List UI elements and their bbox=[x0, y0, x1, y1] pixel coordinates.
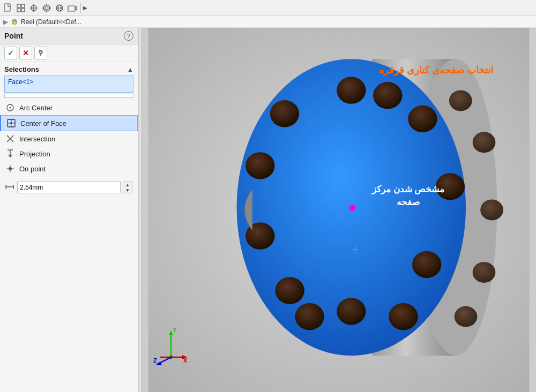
options-list: Arc Center Center of Face Intersection bbox=[0, 98, 138, 178]
distance-icon bbox=[5, 183, 15, 192]
selection-box[interactable]: Face<1> bbox=[4, 76, 133, 93]
intersection-label: Intersection bbox=[19, 135, 55, 143]
breadcrumb-label: Reel (Default<<Def... bbox=[21, 18, 81, 26]
svg-point-60 bbox=[449, 91, 472, 111]
action-buttons: ✓ ✕ bbox=[0, 44, 138, 62]
cancel-button[interactable]: ✕ bbox=[19, 47, 32, 59]
distance-input[interactable] bbox=[17, 182, 121, 193]
svg-point-49 bbox=[408, 105, 437, 133]
selections-header: Selections ▲ bbox=[0, 62, 138, 76]
svg-point-54 bbox=[275, 277, 304, 304]
new-icon[interactable] bbox=[2, 2, 14, 14]
distance-spinner: ▲ ▼ bbox=[123, 182, 132, 193]
svg-text:Y: Y bbox=[173, 328, 177, 333]
arc-center-icon bbox=[5, 103, 15, 112]
center-of-face-label: Center of Face bbox=[20, 119, 66, 127]
spin-down-button[interactable]: ▼ bbox=[123, 187, 132, 193]
svg-point-64 bbox=[455, 306, 478, 327]
panel-title: Point bbox=[4, 32, 23, 40]
svg-point-35 bbox=[9, 167, 12, 170]
help-button[interactable]: ? bbox=[124, 31, 133, 41]
main-content: Point ? ✓ ✕ Selections ▲ Face<1> bbox=[0, 28, 536, 392]
svg-point-56 bbox=[245, 152, 274, 179]
selected-face: Face<1> bbox=[8, 78, 33, 86]
svg-point-52 bbox=[337, 298, 366, 325]
svg-text:Z: Z bbox=[153, 357, 157, 364]
svg-text:X: X bbox=[183, 357, 188, 364]
projection-option[interactable]: Projection bbox=[0, 146, 138, 161]
center-of-face-icon bbox=[6, 118, 16, 128]
svg-rect-3 bbox=[17, 9, 20, 12]
svg-rect-1 bbox=[17, 4, 20, 7]
target-icon[interactable] bbox=[41, 2, 53, 14]
selection-scrollbar[interactable] bbox=[4, 94, 133, 98]
distance-row: ▲ ▼ bbox=[0, 178, 138, 197]
arc-center-option[interactable]: Arc Center bbox=[0, 100, 138, 115]
svg-point-77 bbox=[169, 356, 173, 359]
svg-point-51 bbox=[412, 251, 441, 278]
svg-point-59 bbox=[295, 303, 324, 330]
collapse-button[interactable]: ▲ bbox=[127, 66, 133, 73]
svg-rect-4 bbox=[21, 9, 25, 12]
axes-widget: Y X Z bbox=[152, 328, 190, 365]
forward-arrow[interactable]: ▶ bbox=[83, 5, 87, 11]
svg-point-24 bbox=[10, 107, 11, 109]
breadcrumb: ▶ Reel (Default<<Def... bbox=[0, 16, 536, 28]
annotation-center: مشخص شدن مرکز صفحه bbox=[372, 183, 444, 209]
selections-label: Selections bbox=[4, 65, 39, 73]
svg-point-57 bbox=[270, 100, 299, 127]
viewport-svg bbox=[142, 28, 536, 392]
intersection-icon bbox=[5, 134, 15, 144]
on-point-icon bbox=[5, 164, 15, 174]
svg-point-61 bbox=[473, 132, 496, 153]
svg-point-53 bbox=[389, 303, 418, 330]
point-header: Point ? bbox=[0, 28, 138, 44]
ok-button[interactable]: ✓ bbox=[4, 47, 17, 59]
intersection-option[interactable]: Intersection bbox=[0, 131, 138, 146]
pin-button[interactable] bbox=[34, 47, 47, 59]
center-of-face-option[interactable]: Center of Face bbox=[0, 115, 138, 131]
camera-icon[interactable] bbox=[66, 2, 78, 14]
svg-point-62 bbox=[480, 200, 503, 221]
projection-icon bbox=[5, 149, 15, 159]
svg-point-9 bbox=[45, 6, 48, 10]
globe-icon[interactable] bbox=[54, 2, 65, 14]
spin-up-button[interactable]: ▲ bbox=[123, 182, 132, 187]
toolbar-divider bbox=[80, 3, 81, 13]
svg-point-48 bbox=[337, 77, 366, 104]
svg-point-26 bbox=[10, 122, 12, 124]
breadcrumb-arrow: ▶ bbox=[3, 18, 8, 26]
projection-label: Projection bbox=[19, 150, 50, 158]
arc-center-label: Arc Center bbox=[19, 104, 53, 112]
svg-rect-2 bbox=[21, 4, 25, 7]
svg-point-58 bbox=[373, 82, 402, 109]
left-panel: Point ? ✓ ✕ Selections ▲ Face<1> bbox=[0, 28, 138, 392]
structure-icon[interactable] bbox=[28, 2, 40, 14]
top-toolbar: ▶ bbox=[0, 0, 536, 16]
svg-rect-0 bbox=[4, 4, 10, 11]
svg-point-63 bbox=[473, 262, 496, 283]
on-point-option[interactable]: On point bbox=[0, 161, 138, 176]
svg-point-65 bbox=[349, 205, 355, 211]
svg-rect-17 bbox=[68, 6, 75, 11]
grid-icon[interactable] bbox=[15, 2, 27, 14]
annotation-top: انتخاب صفحه‌ی کناری قرقره bbox=[379, 64, 493, 76]
on-point-label: On point bbox=[19, 165, 46, 173]
viewport[interactable]: انتخاب صفحه‌ی کناری قرقره مشخص شدن مرکز … bbox=[142, 28, 536, 392]
